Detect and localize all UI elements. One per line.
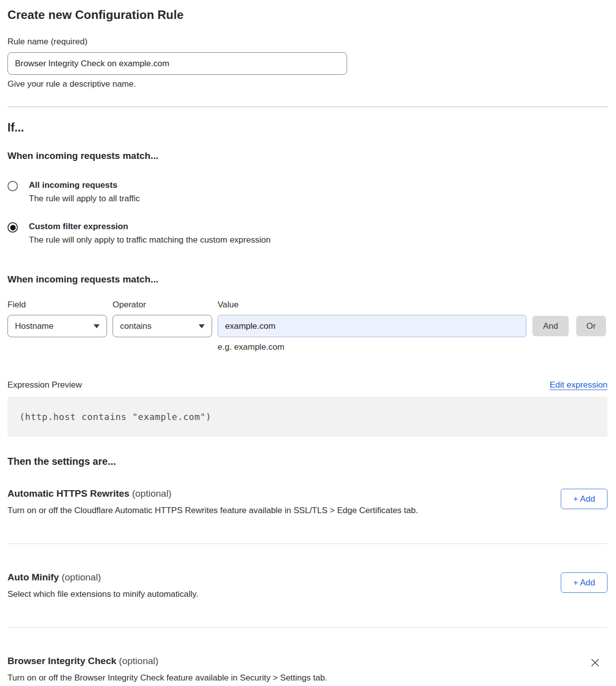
rule-name-input[interactable] — [7, 52, 347, 75]
optional-tag: (optional) — [119, 656, 158, 666]
chevron-down-icon — [199, 324, 205, 328]
or-button[interactable]: Or — [576, 316, 606, 336]
add-auto-minify-button[interactable]: + Add — [561, 572, 608, 593]
setting-description: Select which file extensions to minify a… — [7, 589, 561, 599]
operator-column-label: Operator — [113, 300, 212, 310]
page-title: Create new Configuration Rule — [7, 8, 608, 22]
if-heading: If... — [7, 121, 608, 135]
value-help-text: e.g. example.com — [218, 342, 608, 352]
setting-description: Turn on or off the Browser Integrity Che… — [7, 673, 590, 683]
setting-automatic-https-rewrites: Automatic HTTPS Rewrites (optional) Turn… — [7, 488, 608, 516]
setting-description: Turn on or off the Cloudflare Automatic … — [7, 506, 561, 516]
expression-builder-row: Field Hostname Operator contains Value A… — [7, 300, 608, 337]
edit-expression-link[interactable]: Edit expression — [550, 380, 608, 390]
expression-preview-label: Expression Preview — [7, 380, 82, 390]
radio-all-requests-description: The rule will apply to all traffic — [29, 194, 140, 204]
radio-all-requests-label: All incoming requests — [29, 180, 140, 190]
builder-heading: When incoming requests match... — [7, 274, 608, 285]
radio-option-all-requests[interactable]: All incoming requests The rule will appl… — [7, 180, 608, 204]
radio-option-custom-expression[interactable]: Custom filter expression The rule will o… — [7, 222, 608, 245]
match-subheading: When incoming requests match... — [7, 150, 608, 161]
setting-browser-integrity-check: Browser Integrity Check (optional) Turn … — [7, 656, 608, 686]
expression-preview-code: (http.host contains "example.com") — [7, 397, 608, 437]
radio-custom-expression[interactable] — [7, 222, 18, 233]
value-column-label: Value — [218, 300, 526, 310]
setting-title: Automatic HTTPS Rewrites (optional) — [7, 488, 561, 499]
operator-select[interactable]: contains — [113, 315, 212, 337]
close-icon — [590, 657, 604, 668]
setting-divider — [7, 544, 608, 544]
create-configuration-rule-form: Create new Configuration Rule Rule name … — [0, 0, 616, 686]
radio-custom-expression-description: The rule will only apply to traffic matc… — [29, 235, 270, 245]
then-heading: Then the settings are... — [7, 456, 608, 467]
setting-divider — [7, 627, 608, 628]
value-input[interactable] — [218, 315, 526, 337]
optional-tag: (optional) — [62, 572, 101, 582]
rule-name-label: Rule name (required) — [7, 37, 608, 47]
chevron-down-icon — [94, 324, 100, 328]
field-select[interactable]: Hostname — [7, 315, 107, 337]
rule-name-help: Give your rule a descriptive name. — [7, 79, 608, 89]
section-divider — [7, 107, 608, 107]
add-automatic-https-rewrites-button[interactable]: + Add — [561, 489, 608, 509]
field-select-value: Hostname — [15, 321, 53, 331]
field-column-label: Field — [7, 300, 107, 310]
radio-custom-expression-label: Custom filter expression — [29, 222, 270, 232]
setting-auto-minify: Auto Minify (optional) Select which file… — [7, 572, 608, 599]
radio-all-requests[interactable] — [7, 181, 18, 191]
remove-setting-button[interactable] — [590, 656, 604, 670]
setting-title: Auto Minify (optional) — [7, 572, 561, 583]
and-button[interactable]: And — [532, 316, 569, 336]
optional-tag: (optional) — [132, 488, 171, 499]
setting-title: Browser Integrity Check (optional) — [7, 656, 590, 667]
operator-select-value: contains — [120, 321, 151, 331]
